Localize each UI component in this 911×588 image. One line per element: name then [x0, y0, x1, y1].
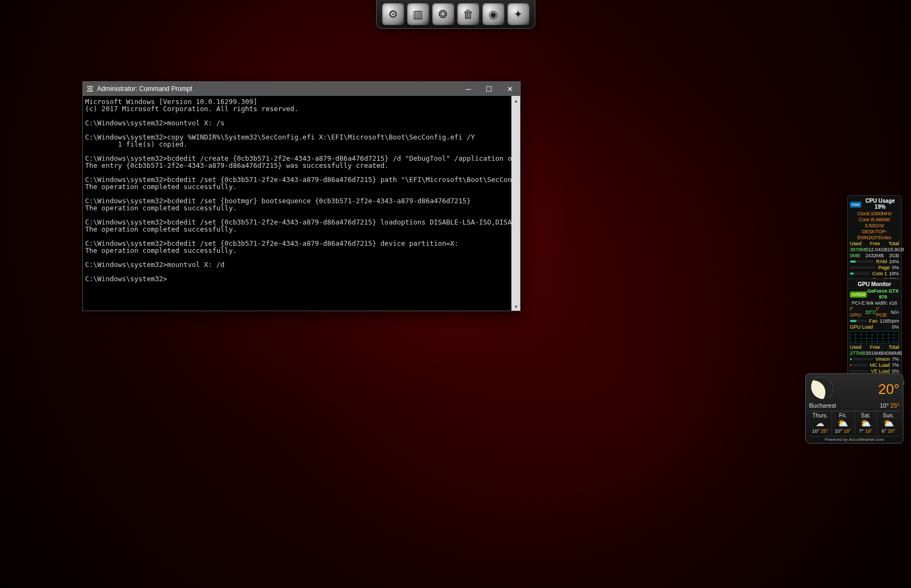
cmd-scrollbar[interactable]: ▴ ▾ — [511, 96, 520, 311]
cpu-model: Core i5-6600K 3.50GHz — [850, 217, 899, 229]
weather-hi: 25° — [890, 402, 900, 409]
forecast-day-name: Sun. — [877, 413, 900, 419]
pcb-temp-label: t° PCB: — [876, 306, 891, 318]
forecast-hi: 18° — [843, 428, 851, 434]
weather-temp: 20° — [878, 381, 900, 398]
gpuload-label: GPU Load — [850, 324, 873, 330]
spiral-icon[interactable]: ❂ — [432, 3, 454, 25]
moon-icon — [809, 377, 833, 401]
hdr-free: Free — [870, 241, 880, 247]
mem-used: 3979MB — [850, 247, 868, 253]
gpu-title: GPU Monitor — [850, 281, 899, 287]
scroll-up-icon[interactable]: ▴ — [511, 96, 520, 105]
gpu-temp-val: 33°C — [865, 310, 876, 316]
swap-total: 2GB — [889, 253, 899, 259]
nvidia-badge-icon: nVIDIA — [850, 292, 867, 298]
page-label: Page — [878, 265, 890, 271]
weather-condition-icon: ☁ — [809, 419, 831, 428]
core-pct: 18% — [889, 271, 899, 277]
swap-free: 2432MB — [865, 253, 884, 259]
forecast-day-name: Sat. — [855, 413, 877, 419]
weather-condition-icon: ⛅ — [855, 419, 877, 428]
top-dock: ⚙▥❂🗑◉✦ — [376, 0, 535, 29]
minimize-button[interactable]: ─ — [458, 82, 479, 96]
gpu-graph — [850, 331, 899, 343]
forecast-day: Fri.⛅10° 18° — [832, 411, 855, 435]
cpu-clock: Clock:1000MHz — [850, 211, 899, 217]
weather-condition-icon: ⛅ — [877, 419, 900, 428]
weather-gadget[interactable]: 20° Bucharest 10° 25° Thurs.☁10° 25°Fri.… — [805, 373, 903, 444]
weather-condition-icon: ⛅ — [832, 419, 854, 428]
tools-icon[interactable]: ✦ — [508, 3, 529, 25]
gpu-hdr-used: Used — [850, 344, 861, 350]
forecast-lo: 10° — [812, 428, 819, 434]
swap-used: 0MB — [850, 253, 860, 259]
maximize-button[interactable]: ☐ — [479, 82, 499, 96]
gpu-temp-label: t° GPU: — [850, 306, 865, 318]
settings-icon[interactable]: ⚙ — [382, 3, 404, 25]
weather-city: Bucharest — [809, 402, 836, 409]
cmd-titlebar[interactable]: C:\ Administrator: Command Prompt ─ ☐ ✕ — [83, 82, 520, 96]
forecast-hi: 20° — [888, 428, 895, 434]
forecast-day-name: Fri. — [832, 413, 854, 419]
forecast-day-name: Thurs. — [809, 413, 831, 419]
mcload-label: MC Load — [870, 362, 890, 368]
hdr-used: Used — [850, 241, 861, 247]
forecast-day: Thurs.☁10° 25° — [809, 411, 832, 435]
fan-val: 1185rpm — [879, 318, 899, 324]
weather-lo: 10° — [880, 402, 889, 409]
cpu-host: DESKTOP-EMN2GF5\Alex — [850, 229, 899, 241]
scroll-down-icon[interactable]: ▾ — [511, 302, 520, 311]
command-prompt-window: C:\ Administrator: Command Prompt ─ ☐ ✕ … — [82, 81, 521, 311]
page-pct: 0% — [892, 265, 899, 271]
forecast-lo: 6° — [882, 428, 886, 434]
gpu-pcie: PCI-E link width: x16 — [850, 300, 899, 306]
fan-label: Fan — [869, 318, 878, 324]
gpu-mem-free: 3819MB — [866, 350, 884, 356]
gpuload-val: 0% — [892, 324, 899, 330]
cmd-title: Administrator: Command Prompt — [97, 85, 458, 93]
forecast-hi: 25° — [821, 428, 829, 434]
stacks-icon[interactable]: ▥ — [407, 3, 429, 25]
gpu-model: GeForce GTX 970 — [867, 288, 899, 300]
forecast-lo: 7° — [859, 428, 864, 434]
disc-icon[interactable]: ◉ — [482, 3, 504, 25]
close-button[interactable]: ✕ — [499, 82, 520, 96]
forecast-lo: 10° — [835, 428, 842, 434]
mem-free: 12.04GB — [868, 247, 888, 253]
gpu-monitor-gadget[interactable]: GPU Monitor nVIDIA GeForce GTX 970 PCI-E… — [847, 278, 902, 389]
forecast-day: Sat.⛅7° 19° — [855, 411, 878, 435]
core-label: Core 1 — [872, 271, 887, 277]
gpu-mem-total: 4096MB — [884, 350, 902, 356]
mcload-val: 7% — [892, 362, 899, 368]
ram-label: RAM — [876, 259, 887, 265]
forecast-hi: 19° — [865, 428, 873, 434]
gpu-mem-used: 277MB — [850, 350, 866, 356]
gpu-hdr-free: Free — [870, 344, 880, 350]
recycle-bin-icon[interactable]: 🗑 — [457, 3, 479, 25]
pcb-temp-val: N/A — [891, 310, 899, 316]
ram-pct: 24% — [889, 259, 899, 265]
cmd-output[interactable]: Microsoft Windows [Version 10.0.16299.30… — [83, 96, 520, 311]
cpu-title: CPU Usage 19% — [861, 198, 899, 210]
vmem-val: 7% — [892, 356, 899, 362]
mem-total: 15.9GB — [888, 247, 904, 253]
hdr-total: Total — [889, 241, 899, 247]
gpu-hdr-total: Total — [889, 344, 899, 350]
intel-badge-icon: intel — [850, 202, 861, 208]
cmd-icon: C:\ — [86, 85, 94, 93]
forecast-day: Sun.⛅6° 20° — [877, 411, 900, 435]
weather-footer: Powered by AccuWeather.com — [809, 436, 900, 442]
vmem-label: Vmem — [876, 356, 890, 362]
